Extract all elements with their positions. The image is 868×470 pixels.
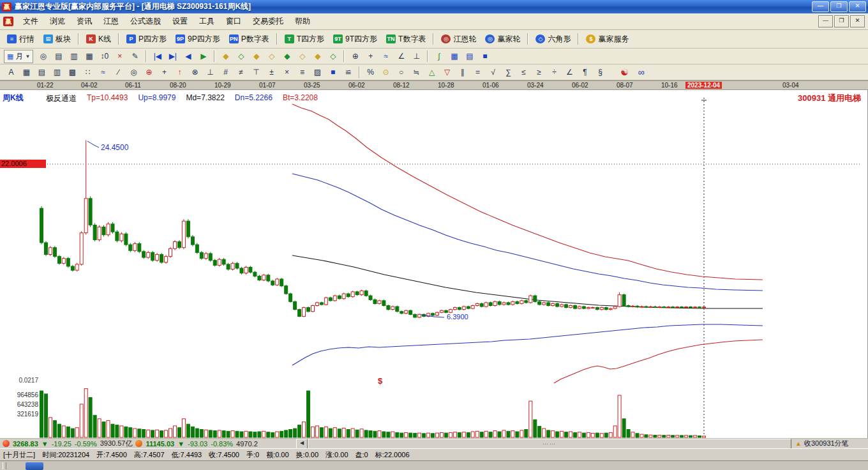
p9-square-button[interactable]: 9P9P四方形	[171, 32, 225, 47]
sz-index-icon[interactable]	[135, 440, 142, 447]
gann-shape-2[interactable]: ◇	[234, 50, 248, 63]
tool-arrow-up[interactable]: ↑	[172, 66, 187, 79]
tool-wave-2[interactable]: ≈	[96, 66, 110, 79]
tool-resistance[interactable]: ⊤	[249, 66, 264, 79]
infinity-icon[interactable]: ∞	[634, 66, 648, 79]
gann-shape-4[interactable]: ◇	[264, 50, 279, 63]
t9-square-button[interactable]: 9T9T四方形	[329, 32, 382, 47]
period-month-dropdown[interactable]: ▦月▼	[4, 50, 33, 63]
tool-grid[interactable]: ▦	[82, 50, 96, 63]
tool-levels[interactable]: ≡	[295, 66, 310, 79]
tool-section[interactable]: §	[593, 66, 608, 79]
quotes-button[interactable]: ≡行情	[3, 32, 39, 47]
tool-board[interactable]: ▥	[66, 50, 81, 63]
tool-matrix[interactable]: ▦	[447, 50, 461, 63]
tool-plusminus[interactable]: ±	[264, 66, 279, 79]
tool-points[interactable]: ∷	[80, 66, 95, 79]
t-number-table-button[interactable]: TNT数字表	[382, 32, 430, 47]
tool-arc[interactable]: ○	[394, 66, 408, 79]
t-square-button[interactable]: TT四方形	[280, 32, 329, 47]
nav-prev[interactable]: ◀	[181, 50, 195, 63]
tool-percent[interactable]: %	[363, 66, 378, 79]
menu-item[interactable]: 交易委托	[247, 13, 289, 29]
nav-play[interactable]: ▶	[196, 50, 211, 63]
menu-item[interactable]: 工具	[193, 13, 220, 29]
chart-area[interactable]: 周K线 极反通道 Tp=10.4493 Up=8.9979 Md=7.3822 …	[0, 90, 868, 438]
tool-sqrt[interactable]: √	[486, 66, 500, 79]
gann-shape-3[interactable]: ◆	[249, 50, 264, 63]
hexagon-button[interactable]: ◇六角形	[531, 32, 575, 47]
tool-save-view[interactable]: ■	[477, 50, 492, 63]
tool-edit[interactable]: ✎	[128, 50, 142, 63]
gann-shape-5[interactable]: ◆	[280, 50, 294, 63]
tool-angle[interactable]: ∠	[394, 50, 408, 63]
tool-magnet[interactable]: ⊗	[188, 66, 202, 79]
menu-item[interactable]: 浏览	[44, 13, 71, 29]
tool-circle[interactable]: ◎	[126, 66, 141, 79]
tool-divide[interactable]: ÷	[547, 66, 562, 79]
tool-curve[interactable]: ∫	[431, 50, 446, 63]
tool-lte[interactable]: ≤	[516, 66, 531, 79]
minimize-button[interactable]: —	[812, 1, 829, 12]
restore-button[interactable]: ❐	[830, 1, 848, 12]
kline-button[interactable]: KK线	[82, 32, 116, 47]
menu-item[interactable]: 窗口	[220, 13, 247, 29]
tool-equal[interactable]: =	[470, 66, 485, 79]
tool-delete[interactable]: ×	[112, 50, 127, 63]
tool-hatch[interactable]: ▩	[65, 66, 80, 79]
tool-fib[interactable]: ≒	[409, 66, 424, 79]
tool-parallel[interactable]: ≌	[341, 66, 355, 79]
sh-index-icon[interactable]	[3, 440, 10, 447]
mdi-close-button[interactable]: ✕	[850, 15, 865, 27]
tool-gann-grid[interactable]: #	[218, 66, 233, 79]
date-axis[interactable]: 01-2204-0206-1108-2010-2901-0703-2506-02…	[0, 81, 868, 90]
menu-item[interactable]: 公式选股	[124, 13, 167, 29]
nav-first[interactable]: |◀	[150, 50, 165, 63]
gann-shape-8[interactable]: ◇	[326, 50, 340, 63]
tool-report[interactable]: ▤	[51, 50, 66, 63]
tool-shade[interactable]: ▨	[310, 66, 325, 79]
scrollbar-thumb[interactable]: ⋯⋯	[308, 439, 791, 449]
tool-plus[interactable]: +	[157, 66, 172, 79]
tool-target[interactable]: ⊕	[142, 66, 156, 79]
mdi-restore-button[interactable]: ❐	[834, 15, 849, 27]
tool-sheet[interactable]: ▤	[462, 50, 477, 63]
tool-text[interactable]: A	[4, 66, 19, 79]
tool-cross[interactable]: +	[363, 50, 378, 63]
sectors-button[interactable]: ⊞板块	[39, 32, 75, 47]
p-number-table-button[interactable]: PNP数字表	[225, 32, 274, 47]
menu-item[interactable]: 帮助	[289, 13, 316, 29]
tool-rows[interactable]: ▤	[34, 66, 49, 79]
menu-item[interactable]: 资讯	[71, 13, 98, 29]
tool-sum[interactable]: ∑	[501, 66, 516, 79]
tool-wave[interactable]: ≈	[378, 50, 393, 63]
nav-last[interactable]: ▶|	[165, 50, 180, 63]
tool-golden-circle[interactable]: ⊙	[378, 66, 393, 79]
yinyang-icon[interactable]: ☯	[617, 66, 632, 79]
menu-item[interactable]: 江恩	[98, 13, 124, 29]
mdi-minimize-button[interactable]: —	[818, 15, 833, 27]
gann-wheel-button[interactable]: ◎江恩轮	[437, 32, 481, 47]
tool-cols[interactable]: ▥	[50, 66, 64, 79]
gann-shape-7[interactable]: ◆	[310, 50, 325, 63]
tool-vertical[interactable]: ⊥	[203, 66, 218, 79]
menu-item[interactable]: 文件	[17, 13, 44, 29]
tool-parallel-lines[interactable]: ∥	[455, 66, 470, 79]
tool-grid-2[interactable]: ▦	[19, 66, 34, 79]
tool-gann-angle[interactable]: ∠	[562, 66, 577, 79]
close-button[interactable]: ✕	[849, 1, 866, 12]
tool-erase[interactable]: ×	[280, 66, 294, 79]
tool-gte[interactable]: ≥	[532, 66, 546, 79]
gann-shape-1[interactable]: ◆	[218, 50, 233, 63]
winner-service-button[interactable]: $赢家服务	[581, 32, 633, 47]
tool-trendline[interactable]: ∕	[111, 66, 126, 79]
winner-wheel-button[interactable]: ◎赢家轮	[481, 32, 525, 47]
p-square-button[interactable]: PP四方形	[122, 32, 171, 47]
gann-shape-6[interactable]: ◇	[295, 50, 310, 63]
menu-item[interactable]: 设置	[167, 13, 193, 29]
scroll-left-button[interactable]: ◀	[296, 439, 308, 449]
kline-chart-canvas[interactable]: 24.45006.3900$0.0217964856643238321619	[0, 90, 868, 438]
taskbar-item[interactable]	[26, 462, 43, 470]
tool-crosshair[interactable]: ⊕	[348, 50, 363, 63]
tool-perpendicular[interactable]: ⊥	[409, 50, 424, 63]
